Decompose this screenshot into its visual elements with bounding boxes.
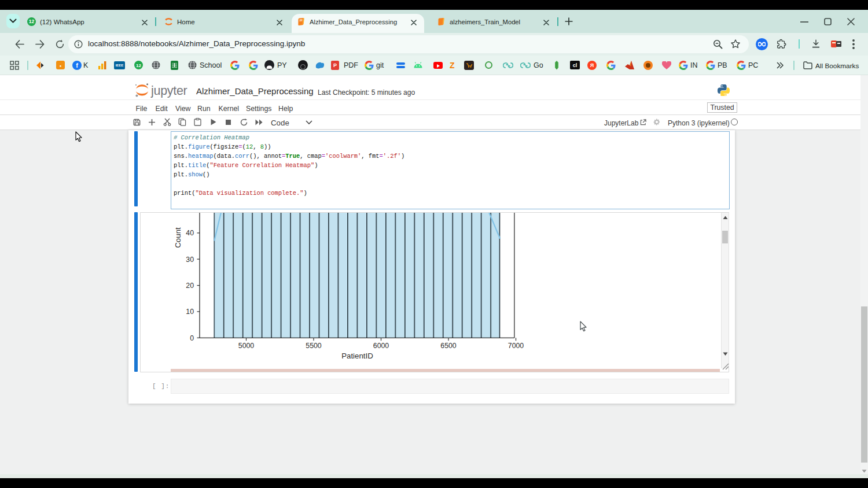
- svg-text:40: 40: [186, 229, 194, 237]
- svg-text:7000: 7000: [508, 342, 524, 350]
- svg-text:PatientID: PatientID: [341, 352, 373, 360]
- svg-text:Count: Count: [174, 227, 182, 248]
- svg-text:6500: 6500: [440, 342, 457, 350]
- svg-text:20: 20: [186, 282, 194, 290]
- svg-text:5500: 5500: [306, 342, 322, 350]
- svg-text:0: 0: [190, 334, 194, 342]
- svg-text:6000: 6000: [373, 342, 389, 350]
- svg-text:5000: 5000: [238, 342, 255, 350]
- svg-text:30: 30: [186, 256, 194, 264]
- svg-text:10: 10: [186, 308, 194, 316]
